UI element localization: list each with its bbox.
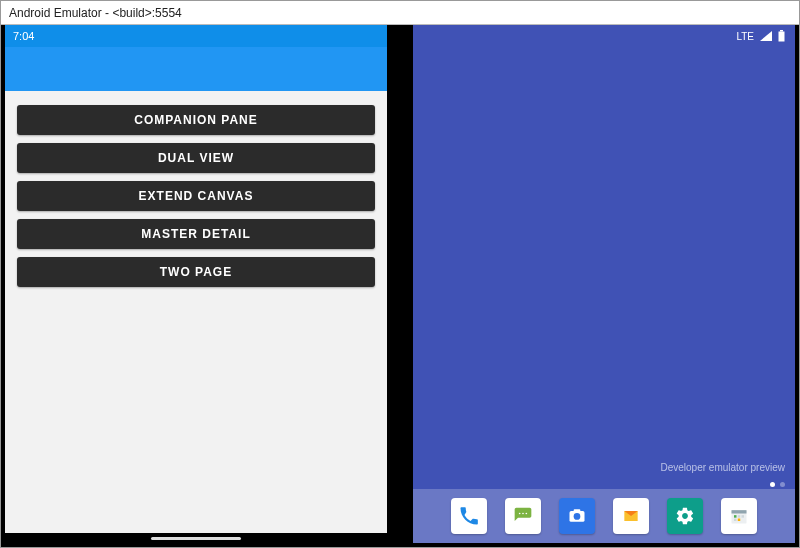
extend-canvas-button[interactable]: EXTEND CANVAS: [17, 181, 375, 211]
right-statusbar: LTE: [413, 25, 795, 47]
nav-pill[interactable]: [151, 537, 241, 540]
svg-point-6: [574, 513, 581, 520]
two-page-button[interactable]: TWO PAGE: [17, 257, 375, 287]
developer-preview-label: Developer emulator preview: [660, 462, 785, 473]
left-screen: 7:04 COMPANION PANE DUAL VIEW EXTEND CAN…: [1, 25, 387, 547]
svg-rect-7: [574, 509, 581, 512]
svg-rect-0: [780, 30, 783, 32]
master-detail-button[interactable]: MASTER DETAIL: [17, 219, 375, 249]
window-title: Android Emulator - <build>:5554: [1, 1, 799, 25]
left-appbar: [5, 47, 387, 91]
dual-view-button[interactable]: DUAL VIEW: [17, 143, 375, 173]
svg-rect-9: [732, 510, 747, 513]
clock: 7:04: [13, 30, 34, 42]
svg-rect-14: [738, 519, 741, 522]
page-indicator: [770, 482, 785, 487]
svg-rect-13: [734, 519, 737, 522]
svg-rect-12: [742, 515, 745, 518]
svg-point-4: [526, 513, 528, 515]
dual-screen-container: 7:04 COMPANION PANE DUAL VIEW EXTEND CAN…: [1, 25, 799, 547]
right-screen: LTE Developer emulator preview: [413, 25, 799, 547]
svg-rect-11: [738, 515, 741, 518]
left-statusbar: 7:04: [5, 25, 387, 47]
signal-icon: [760, 31, 772, 41]
hinge: [387, 25, 413, 547]
svg-rect-1: [779, 32, 785, 42]
svg-point-2: [519, 513, 521, 515]
svg-rect-10: [734, 515, 737, 518]
phone-app-icon[interactable]: [451, 498, 487, 534]
settings-app-icon[interactable]: [667, 498, 703, 534]
mail-app-icon[interactable]: [613, 498, 649, 534]
battery-icon: [778, 30, 785, 42]
calendar-app-icon[interactable]: [721, 498, 757, 534]
camera-app-icon[interactable]: [559, 498, 595, 534]
page-dot: [780, 482, 785, 487]
left-content: COMPANION PANE DUAL VIEW EXTEND CANVAS M…: [5, 91, 387, 533]
emulator-window: Android Emulator - <build>:5554 7:04 COM…: [0, 0, 800, 548]
companion-pane-button[interactable]: COMPANION PANE: [17, 105, 375, 135]
page-dot-active: [770, 482, 775, 487]
network-label: LTE: [736, 31, 754, 42]
messages-app-icon[interactable]: [505, 498, 541, 534]
home-body[interactable]: Developer emulator preview: [413, 47, 795, 543]
svg-point-3: [522, 513, 524, 515]
left-navbar[interactable]: [5, 533, 387, 543]
dock: [413, 489, 795, 543]
